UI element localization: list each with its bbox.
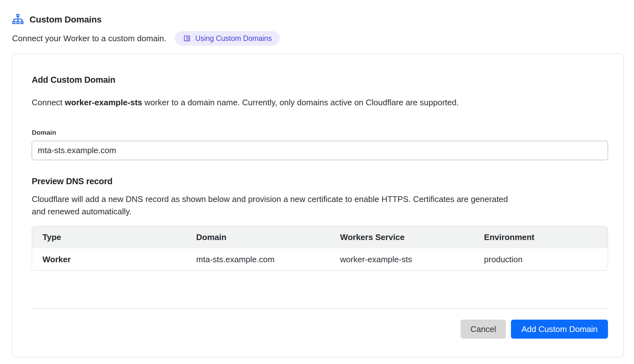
preview-dns-heading: Preview DNS record — [32, 176, 608, 187]
column-header-environment: Environment — [474, 232, 608, 242]
page-subtitle: Connect your Worker to a custom domain. — [12, 34, 167, 43]
table-row: Worker mta-sts.example.com worker-exampl… — [32, 248, 608, 270]
domain-field-label: Domain — [32, 128, 608, 136]
column-header-domain: Domain — [186, 232, 330, 242]
subtitle-row: Connect your Worker to a custom domain. … — [12, 31, 622, 46]
cell-type: Worker — [32, 255, 186, 264]
intro-prefix: Connect — [32, 98, 65, 107]
dns-preview-table: Type Domain Workers Service Environment … — [32, 226, 608, 271]
card-intro: Connect worker-example-sts worker to a d… — [32, 97, 608, 107]
title-row: Custom Domains — [12, 14, 622, 25]
docs-link-label: Using Custom Domains — [195, 34, 272, 43]
column-header-workers-service: Workers Service — [330, 232, 474, 242]
footer-actions: Cancel Add Custom Domain — [32, 320, 608, 339]
cell-domain: mta-sts.example.com — [186, 255, 330, 264]
docs-link-using-custom-domains[interactable]: Using Custom Domains — [175, 31, 280, 46]
cancel-button[interactable]: Cancel — [461, 320, 506, 339]
sitemap-icon — [12, 14, 24, 25]
table-header-row: Type Domain Workers Service Environment — [32, 226, 608, 248]
preview-dns-description: Cloudflare will add a new DNS record as … — [32, 193, 511, 218]
domain-input[interactable] — [32, 141, 608, 160]
column-header-type: Type — [32, 232, 186, 242]
add-custom-domain-card: Add Custom Domain Connect worker-example… — [12, 54, 624, 357]
card-heading: Add Custom Domain — [32, 75, 608, 85]
footer-divider — [32, 308, 608, 309]
cell-workers-service: worker-example-sts — [330, 255, 474, 264]
worker-name: worker-example-sts — [65, 98, 142, 107]
cell-environment: production — [474, 255, 608, 264]
page-header: Custom Domains Connect your Worker to a … — [0, 0, 634, 46]
open-book-icon — [183, 34, 191, 43]
intro-suffix: worker to a domain name. Currently, only… — [142, 98, 459, 107]
add-custom-domain-button[interactable]: Add Custom Domain — [511, 320, 608, 339]
page-title: Custom Domains — [29, 15, 101, 25]
